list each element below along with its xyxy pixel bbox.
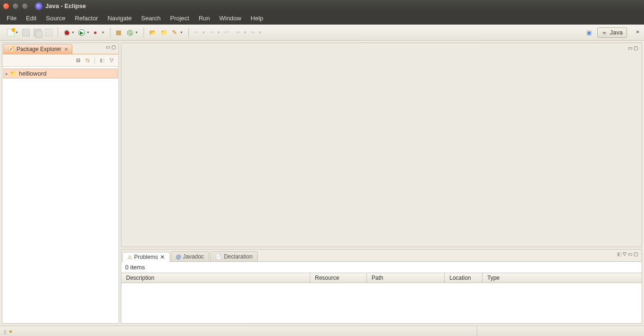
window-minimize-button[interactable] (12, 3, 19, 9)
window-maximize-button[interactable] (22, 3, 28, 9)
save-all-button[interactable] (32, 27, 42, 38)
status-bar: ◆ (0, 326, 644, 336)
workspace: ▭ ▢ 🧭 Package Explorer ✕ ⊟ ⇆ ◧ ▽ ▸ helll… (0, 41, 644, 326)
project-folder-icon (10, 70, 17, 77)
project-item[interactable]: ▸ hellloword (3, 69, 118, 78)
perspective-label: Java (610, 29, 623, 36)
debug-button[interactable]: ▼ (62, 27, 76, 38)
new-button[interactable]: ▼ (6, 27, 20, 38)
editor-minimize-button[interactable]: ▭ (628, 45, 632, 51)
window-titlebar: Java - Eclipse (0, 0, 644, 12)
nav-forward-button[interactable]: ⇒▼ (249, 27, 263, 38)
new-class-button[interactable]: ▼ (126, 27, 140, 38)
collapse-all-button[interactable]: ⊟ (74, 56, 82, 65)
menu-search[interactable]: Search (136, 13, 165, 24)
problems-table-header: Description Resource Path Location Type (121, 273, 642, 283)
nav-back-button[interactable]: ⇐▼ (234, 27, 248, 38)
col-resource[interactable]: Resource (310, 273, 367, 283)
menu-source[interactable]: Source (41, 13, 70, 24)
bottom-maximize-button[interactable]: ▢ (634, 251, 638, 257)
col-location[interactable]: Location (445, 273, 483, 283)
open-perspective-button[interactable] (585, 27, 595, 38)
bottom-minimize-button[interactable]: ▭ (628, 251, 632, 257)
tab-label: Package Explorer (17, 46, 61, 52)
toolbar-overflow-icon[interactable]: » (636, 28, 639, 35)
menu-refactor[interactable]: Refactor (70, 13, 103, 24)
problems-summary: 0 items (121, 262, 642, 273)
menu-navigate[interactable]: Navigate (103, 13, 136, 24)
expand-arrow-icon[interactable]: ▸ (6, 71, 8, 76)
main-toolbar: ▼ ▼ ▼ ▼ ▼ ▼ ⇠▼ ⇢▼ ↩ ⇐▼ ⇒▼ Java » (0, 25, 644, 41)
run-last-button[interactable]: ▼ (92, 27, 106, 38)
save-button[interactable] (21, 27, 31, 38)
javadoc-icon (176, 253, 181, 260)
package-explorer-toolbar: ⊟ ⇆ ◧ ▽ (2, 54, 119, 67)
view-menu-button[interactable]: ▽ (107, 56, 116, 65)
run-button[interactable]: ▼ (77, 27, 91, 38)
package-explorer-icon: 🧭 (8, 46, 15, 52)
fast-view-add-icon[interactable]: ◆ (9, 329, 12, 334)
tab-declaration[interactable]: Declaration (210, 251, 258, 261)
nav-last-edit-button[interactable]: ↩ (223, 27, 233, 38)
new-package-button[interactable] (114, 27, 125, 38)
col-type[interactable]: Type (483, 273, 642, 283)
editor-maximize-button[interactable]: ▢ (634, 45, 638, 51)
eclipse-icon (35, 2, 42, 10)
menubar: File Edit Source Refactor Navigate Searc… (0, 12, 644, 25)
window-title: Java - Eclipse (45, 2, 86, 9)
tab-javadoc[interactable]: Javadoc (171, 251, 209, 261)
java-icon (602, 29, 608, 36)
bottom-panel: ◧ ▽ ▭ ▢ Problems ✕ Javadoc Declaration (121, 249, 642, 324)
status-divider (477, 326, 477, 336)
window-close-button[interactable] (3, 3, 9, 9)
maximize-view-button[interactable]: ▢ (111, 44, 116, 50)
problems-table-body[interactable] (121, 283, 642, 323)
menu-project[interactable]: Project (165, 13, 194, 24)
tab-label: Problems (134, 254, 158, 260)
package-explorer-tree[interactable]: ▸ hellloword (2, 67, 119, 323)
open-type-button[interactable] (148, 27, 158, 38)
perspective-java-button[interactable]: Java (597, 27, 627, 38)
focus-task-button[interactable]: ◧ (98, 56, 106, 65)
col-path[interactable]: Path (367, 273, 445, 283)
nav-next-annotation-button[interactable]: ⇢▼ (208, 27, 222, 38)
view-menu-icon[interactable]: ▽ (623, 251, 627, 257)
problems-icon (127, 254, 132, 260)
focus-icon[interactable]: ◧ (617, 251, 621, 257)
close-tab-icon[interactable]: ✕ (160, 254, 165, 260)
link-editor-button[interactable]: ⇆ (83, 56, 92, 65)
nav-prev-annotation-button[interactable]: ⇠▼ (193, 27, 207, 38)
tab-label: Declaration (224, 253, 253, 260)
search-button[interactable]: ▼ (170, 27, 185, 38)
minimize-view-button[interactable]: ▭ (106, 44, 110, 50)
close-tab-icon[interactable]: ✕ (64, 47, 68, 52)
tab-package-explorer[interactable]: 🧭 Package Explorer ✕ (3, 44, 72, 54)
col-description[interactable]: Description (121, 273, 310, 283)
package-explorer-panel: ▭ ▢ 🧭 Package Explorer ✕ ⊟ ⇆ ◧ ▽ ▸ helll… (2, 43, 119, 324)
editor-area[interactable]: ▭ ▢ (121, 43, 642, 247)
menu-help[interactable]: Help (246, 13, 268, 24)
menu-edit[interactable]: Edit (21, 13, 41, 24)
editor-column: ▭ ▢ ◧ ▽ ▭ ▢ Problems ✕ Javadoc (121, 43, 642, 324)
tab-problems[interactable]: Problems ✕ (122, 252, 170, 262)
print-button[interactable] (43, 27, 54, 38)
tab-label: Javadoc (183, 253, 204, 260)
menu-window[interactable]: Window (215, 13, 246, 24)
open-task-button[interactable] (159, 27, 169, 38)
project-label: hellloword (19, 70, 47, 77)
declaration-icon (215, 253, 222, 260)
menu-run[interactable]: Run (194, 13, 215, 24)
menu-file[interactable]: File (2, 13, 21, 24)
